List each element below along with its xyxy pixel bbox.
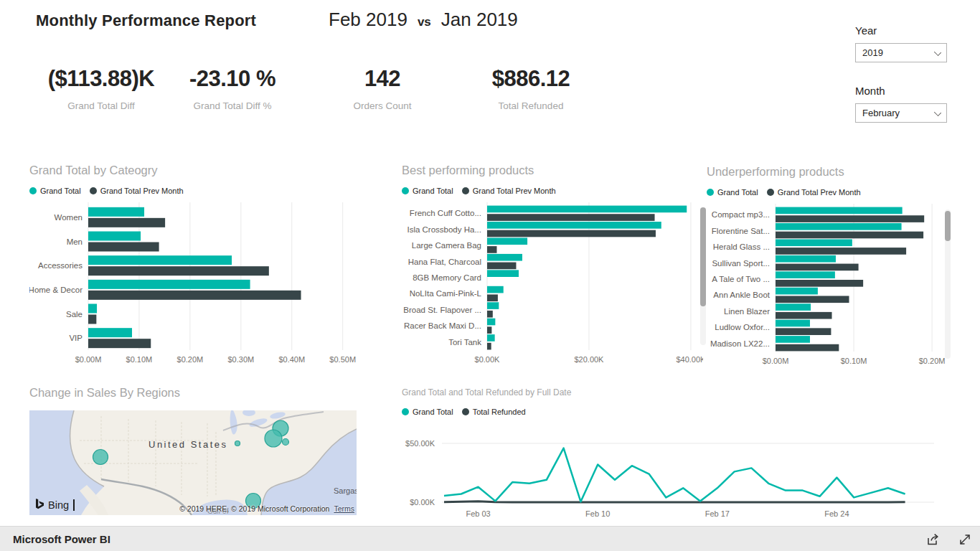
bar-previous[interactable] xyxy=(487,214,655,221)
month-dropdown[interactable]: February xyxy=(855,103,947,123)
line-total-refunded[interactable] xyxy=(444,501,905,502)
bar-current[interactable] xyxy=(776,303,811,311)
legend-item[interactable]: Grand Total Prev Month xyxy=(767,188,861,197)
bar-previous[interactable] xyxy=(487,230,656,237)
bar-previous[interactable] xyxy=(88,339,151,348)
x-tick-label: $0.00K xyxy=(475,355,501,364)
bar-previous[interactable] xyxy=(487,311,493,318)
x-tick-label: $0.20M xyxy=(919,357,946,365)
bar-current[interactable] xyxy=(487,254,522,261)
legend-label: Grand Total xyxy=(413,187,453,195)
bar-current[interactable] xyxy=(487,334,495,342)
bar-previous[interactable] xyxy=(487,294,498,301)
bar-current[interactable] xyxy=(487,270,519,277)
bar-chart-plot: $0.00M$0.10M$0.20M$0.30M$0.40M$0.50MWome… xyxy=(29,198,381,372)
bing-logo[interactable]: Bing xyxy=(35,499,75,511)
legend-dot-icon xyxy=(402,408,409,415)
bar-current[interactable] xyxy=(487,222,661,229)
bar-current[interactable] xyxy=(776,207,903,215)
fullscreen-icon[interactable] xyxy=(958,533,971,546)
bar-current[interactable] xyxy=(88,280,250,289)
bar-current[interactable] xyxy=(776,223,902,230)
kpi-value: -23.10 % xyxy=(154,66,311,92)
bar-previous[interactable] xyxy=(88,291,301,300)
terms-link[interactable]: Terms xyxy=(334,504,354,513)
bar-previous[interactable] xyxy=(776,344,839,352)
share-icon[interactable] xyxy=(925,532,940,547)
category-label: Sullivan Sport... xyxy=(712,259,770,268)
bar-previous[interactable] xyxy=(88,242,159,252)
bar-previous[interactable] xyxy=(776,296,849,303)
scrollbar-thumb[interactable] xyxy=(700,207,706,306)
bar-previous[interactable] xyxy=(487,326,491,334)
category-label: Sale xyxy=(66,310,83,319)
comparison-title: Feb 2019 vs Jan 2019 xyxy=(329,9,518,31)
bar-previous[interactable] xyxy=(776,312,832,319)
bing-icon xyxy=(35,499,44,511)
bar-current[interactable] xyxy=(88,207,144,217)
legend-item[interactable]: Grand Total xyxy=(707,188,758,197)
map-bubble-northeast-lower[interactable] xyxy=(265,430,282,447)
bar-current[interactable] xyxy=(776,320,810,327)
bing-map[interactable]: United States Sargass Gulf of Bing © 201… xyxy=(29,410,357,515)
x-tick-label: Feb 17 xyxy=(705,509,730,518)
month-slicer: Month February xyxy=(855,85,947,123)
bar-previous[interactable] xyxy=(776,232,923,239)
bar-current[interactable] xyxy=(487,302,499,309)
bar-previous[interactable] xyxy=(88,266,269,276)
bar-previous[interactable] xyxy=(487,263,516,270)
line-grand-total[interactable] xyxy=(444,448,905,502)
bar-current[interactable] xyxy=(776,336,810,343)
bar-previous[interactable] xyxy=(776,280,863,287)
bar-current[interactable] xyxy=(776,239,852,246)
legend-item[interactable]: Grand Total Prev Month xyxy=(90,187,184,195)
category-label: Home & Decor xyxy=(29,286,83,294)
scrollbar-thumb[interactable] xyxy=(945,211,951,241)
year-dropdown[interactable]: 2019 xyxy=(855,43,947,62)
map-attribution: © 2019 HERE, © 2019 Microsoft Corporatio… xyxy=(179,504,354,513)
powerbi-report: Monthly Performance Report Feb 2019 vs J… xyxy=(0,0,980,551)
legend-item[interactable]: Total Refunded xyxy=(462,408,526,416)
line-chart-svg: $0.00K$50.00KFeb 03Feb 10Feb 17Feb 24 xyxy=(402,419,961,519)
bar-current[interactable] xyxy=(88,232,141,241)
chart-title: Best performing products xyxy=(402,164,703,182)
map-bubble-midwest[interactable] xyxy=(235,441,240,446)
bar-chart-plot: $0.00K$20.00K$40.00KFrench Cuff Cotto...… xyxy=(402,198,703,372)
kpi-value: 142 xyxy=(303,66,461,92)
bar-current[interactable] xyxy=(487,286,504,293)
bar-previous[interactable] xyxy=(776,264,859,271)
legend-item[interactable]: Grand Total Prev Month xyxy=(462,187,556,195)
scrollbar-underperforming[interactable] xyxy=(945,209,951,359)
year-slicer: Year 2019 xyxy=(855,24,947,62)
bar-current[interactable] xyxy=(88,255,232,265)
bar-current[interactable] xyxy=(776,288,818,295)
bar-current[interactable] xyxy=(776,255,836,263)
map-copyright: © 2019 HERE, © 2019 Microsoft Corporatio… xyxy=(179,504,329,513)
bar-current[interactable] xyxy=(487,319,495,326)
bar-previous[interactable] xyxy=(776,215,924,222)
map-bubble-california[interactable] xyxy=(93,450,108,465)
bar-current[interactable] xyxy=(88,304,97,314)
x-tick-label: $0.30M xyxy=(227,355,254,364)
kpi-total-refunded: $886.12 Total Refunded xyxy=(452,66,610,111)
bar-current[interactable] xyxy=(487,206,687,213)
bar-previous[interactable] xyxy=(487,246,496,253)
map-bubble-east-small[interactable] xyxy=(283,439,289,446)
x-tick-label: Feb 03 xyxy=(466,509,490,518)
scrollbar-best-products[interactable] xyxy=(700,207,706,345)
category-label: Ludlow Oxfor... xyxy=(715,323,770,331)
bar-previous[interactable] xyxy=(776,248,906,255)
bar-previous[interactable] xyxy=(776,328,831,335)
bar-previous[interactable] xyxy=(88,315,96,324)
bar-current[interactable] xyxy=(487,237,527,245)
legend-item[interactable]: Grand Total xyxy=(402,187,453,195)
y-tick-label: $0.00K xyxy=(410,498,435,507)
bar-previous[interactable] xyxy=(88,218,165,227)
chart-legend: Grand TotalGrand Total Prev Month xyxy=(29,184,381,198)
legend-item[interactable]: Grand Total xyxy=(402,408,453,416)
legend-dot-icon xyxy=(462,408,469,415)
bar-current[interactable] xyxy=(776,271,835,278)
bar-current[interactable] xyxy=(88,328,132,337)
legend-item[interactable]: Grand Total xyxy=(29,187,81,195)
bar-previous[interactable] xyxy=(487,343,491,350)
